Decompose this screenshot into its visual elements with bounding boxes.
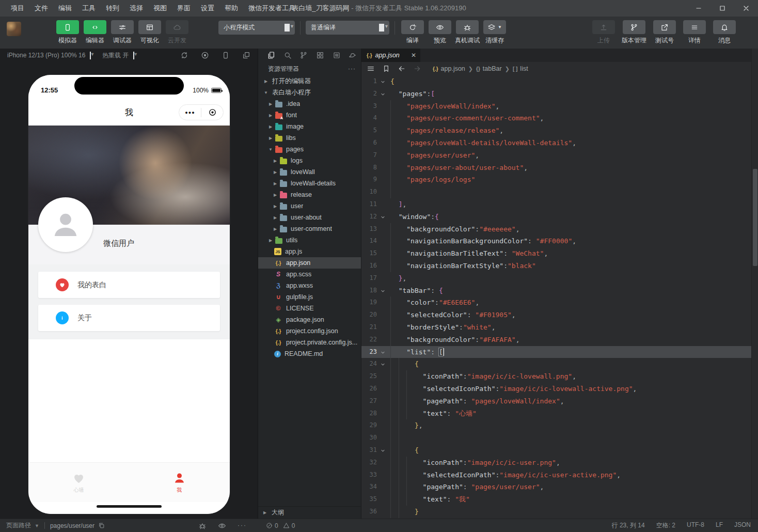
tree-item-release[interactable]: ▶release (258, 189, 361, 200)
fold-chevron-icon[interactable] (377, 444, 388, 457)
extensions-icon[interactable] (312, 51, 328, 59)
record-stop-icon[interactable] (201, 51, 209, 59)
scrollbar-thumb[interactable] (753, 169, 757, 266)
tree-item-app.wxss[interactable]: ℨapp.wxss (258, 280, 361, 291)
code-editor[interactable]: 1{2 "pages":[3 "pages/loveWall/index",4 … (361, 75, 758, 519)
git-branch-icon[interactable] (295, 51, 312, 59)
code-line-22[interactable]: 22 "backgroundColor":"#FAFAFA", (361, 334, 758, 346)
fold-chevron-icon[interactable] (377, 346, 388, 358)
测试号-button[interactable]: 测试号 (653, 20, 676, 45)
tree-item-package.json[interactable]: ◈package.json (258, 314, 361, 325)
card-关于[interactable]: 关于 (38, 305, 220, 331)
code-line-15[interactable]: 15 "navigationBarTitleText": "WeChat", (361, 247, 758, 260)
rotate-icon[interactable] (180, 51, 188, 59)
menu-文件[interactable]: 文件 (30, 0, 53, 17)
menu-转到[interactable]: 转到 (101, 0, 124, 17)
code-line-6[interactable]: 6 "pages/loveWall-details/loveWall-detai… (361, 137, 758, 149)
tree-item-font[interactable]: ▶Afont (258, 109, 361, 121)
code-line-27[interactable]: 27 "pagePath": "pages/loveWall/index", (361, 395, 758, 408)
预览-button[interactable]: 预览 (428, 20, 452, 45)
调试器-button[interactable]: 调试器 (110, 20, 135, 45)
code-line-5[interactable]: 5 "pages/release/release", (361, 124, 758, 137)
模拟器-button[interactable]: 模拟器 (55, 20, 80, 45)
device-selector[interactable]: iPhone 12/13 (Pro) 100% 16 (7, 52, 85, 59)
more-actions-icon[interactable]: ··· (348, 65, 356, 72)
eye-icon[interactable] (218, 522, 226, 530)
code-line-23[interactable]: 23 "list": [ (361, 346, 758, 358)
code-line-14[interactable]: 14 "navigationBarBackgroundColor": "#FF0… (361, 235, 758, 247)
card-我的表白[interactable]: 我的表白 (38, 272, 220, 298)
tree-item-app.json[interactable]: {.}app.json (258, 257, 361, 269)
open-editors-list-icon[interactable] (367, 65, 375, 73)
tree-item-user-about[interactable]: ▶user-about (258, 212, 361, 223)
files-icon[interactable] (263, 51, 279, 59)
multi-window-icon[interactable] (242, 51, 250, 59)
status-item[interactable]: JSON (734, 521, 751, 530)
outline-section[interactable]: ▶ 大纲 (258, 506, 361, 519)
problems-section[interactable]: 0 0 (258, 522, 361, 529)
可视化-button[interactable]: 可视化 (137, 20, 162, 45)
phone-tab-我[interactable]: 我 (129, 463, 230, 502)
device-frame-icon[interactable] (222, 51, 230, 59)
code-line-32[interactable]: 32 "iconPath":"image/ic/ic-user.png", (361, 457, 758, 469)
编辑器-button[interactable]: 编辑器 (83, 20, 107, 45)
menu-设置[interactable]: 设置 (196, 0, 219, 17)
tree-item-user[interactable]: ▶user (258, 200, 361, 212)
code-line-33[interactable]: 33 "selectedIconPath":"image/ic/ic-user-… (361, 469, 758, 481)
menu-选择[interactable]: 选择 (125, 0, 148, 17)
版本管理-button[interactable]: 版本管理 (622, 20, 646, 45)
phone-tab-心墙[interactable]: 心墙 (28, 463, 129, 502)
云开发-button[interactable]: 云开发 (165, 20, 190, 45)
navigate-back-icon[interactable] (398, 65, 406, 73)
menu-界面[interactable]: 界面 (172, 0, 195, 17)
minimize-button[interactable] (687, 0, 710, 17)
code-line-21[interactable]: 21 "borderStyle":"white", (361, 321, 758, 334)
page-path-label[interactable]: 页面路径 (6, 521, 31, 530)
breadcrumb-item-tabBar[interactable]: {}tabBar (476, 65, 502, 72)
navigate-forward-icon[interactable] (413, 65, 421, 73)
status-item[interactable]: 空格: 2 (656, 521, 675, 530)
fold-chevron-icon[interactable] (377, 285, 388, 297)
code-line-30[interactable]: 30 (361, 432, 758, 444)
home-indicator[interactable] (97, 505, 162, 508)
code-line-35[interactable]: 35 "text": "我" (361, 493, 758, 506)
tree-item-app.js[interactable]: JSapp.js (258, 246, 361, 257)
tab-app-json[interactable]: {.} app.json ✕ (361, 49, 420, 62)
tree-item-gulpfile.js[interactable]: ∪gulpfile.js (258, 291, 361, 303)
tree-item-project.config.json[interactable]: {.}project.config.json (258, 325, 361, 337)
editor-scrollbar[interactable] (751, 49, 758, 519)
menu-项目[interactable]: 项目 (6, 0, 29, 17)
code-line-2[interactable]: 2 "pages":[ (361, 88, 758, 100)
code-line-31[interactable]: 31 { (361, 444, 758, 457)
code-line-13[interactable]: 13 "backgroundColor":"#eeeeee", (361, 223, 758, 236)
详情-button[interactable]: 详情 (683, 20, 706, 45)
menu-编辑[interactable]: 编辑 (54, 0, 76, 17)
search-icon[interactable] (279, 51, 296, 59)
上传-button[interactable]: 上传 (592, 20, 615, 45)
menu-帮助[interactable]: 帮助 (220, 0, 243, 17)
tree-item-README.md[interactable]: iREADME.md (258, 348, 361, 359)
code-line-1[interactable]: 1{ (361, 75, 758, 88)
close-button[interactable] (734, 0, 758, 17)
tree-item-libs[interactable]: ▶libs (258, 132, 361, 144)
fold-chevron-icon[interactable] (377, 211, 388, 223)
tree-item-loveWall[interactable]: ▶loveWall (258, 166, 361, 178)
code-line-3[interactable]: 3 "pages/loveWall/index", (361, 100, 758, 113)
code-line-29[interactable]: 29 }, (361, 419, 758, 432)
tree-item-image[interactable]: ▶image (258, 121, 361, 132)
消息-button[interactable]: 消息 (713, 20, 736, 45)
code-line-16[interactable]: 16 "navigationBarTextStyle":"black" (361, 260, 758, 272)
hot-reload-toggle[interactable]: 热重载 开 (102, 51, 129, 60)
status-item[interactable]: 行 23, 列 14 (612, 521, 645, 530)
tree-item-loveWall-details[interactable]: ▶loveWall-details (258, 178, 361, 189)
maximize-button[interactable] (710, 0, 734, 17)
tree-section-打开的编辑器[interactable]: ▶打开的编辑器 (258, 75, 361, 87)
code-line-18[interactable]: 18 "tabBar": { (361, 285, 758, 297)
fold-chevron-icon[interactable] (377, 358, 388, 370)
code-line-8[interactable]: 8 "pages/user-about/user-about", (361, 162, 758, 174)
breadcrumb-item-app.json[interactable]: {.}app.json (433, 65, 465, 72)
tree-section-表白墙小程序[interactable]: ▼表白墙小程序 (258, 87, 361, 98)
bookmark-icon[interactable] (382, 65, 390, 73)
profile-avatar[interactable] (38, 197, 93, 252)
tree-item-logs[interactable]: ▶logs (258, 155, 361, 166)
